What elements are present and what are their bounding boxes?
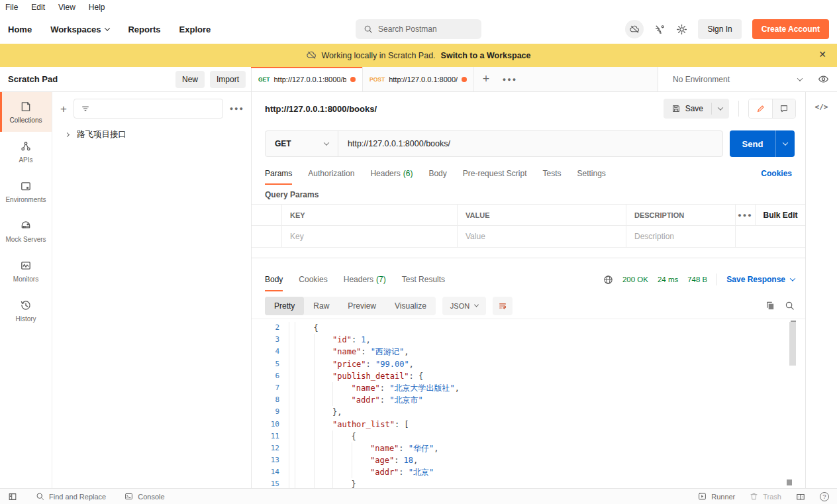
trash-button[interactable]: Trash [750, 492, 781, 501]
request-tab-2[interactable]: POST http://127.0.0.1:8000/l [363, 67, 474, 91]
close-icon[interactable]: ✕ [818, 49, 826, 60]
new-button[interactable]: New [175, 71, 205, 88]
split-panes-button[interactable] [796, 492, 805, 501]
switch-workspace-link[interactable]: Switch to a Workspace [441, 51, 531, 60]
nav-home[interactable]: Home [8, 25, 32, 34]
menu-help[interactable]: Help [89, 3, 105, 12]
param-value-input[interactable]: Value [457, 226, 626, 247]
view-pretty[interactable]: Pretty [265, 297, 304, 315]
search-response-icon[interactable] [785, 301, 795, 311]
tab-params[interactable]: Params [265, 162, 292, 185]
send-label: Send [730, 139, 775, 149]
response-tabs: Body Cookies Headers (7) Test Results 20… [252, 268, 805, 291]
code-snippet-icon[interactable]: </> [815, 103, 828, 488]
vertical-scrollbar[interactable] [789, 321, 796, 485]
sidebar-panel-icon [8, 492, 17, 501]
collection-tree-item[interactable]: 路飞项目接口 [60, 129, 244, 140]
environment-eye-icon[interactable] [818, 74, 829, 85]
toggle-sidebar-button[interactable] [8, 492, 17, 501]
more-options-icon[interactable]: ●●● [230, 105, 244, 112]
import-button[interactable]: Import [210, 71, 246, 88]
sidebar-item-collections[interactable]: Collections [0, 92, 52, 132]
find-and-replace-button[interactable]: Find and Replace [36, 492, 106, 501]
console-button[interactable]: Console [124, 492, 164, 501]
response-tab-body[interactable]: Body [265, 268, 283, 291]
view-visualize[interactable]: Visualize [385, 297, 436, 315]
nav-explore[interactable]: Explore [179, 25, 211, 34]
settings-gear-icon[interactable] [676, 24, 687, 35]
tab-settings[interactable]: Settings [577, 162, 606, 185]
tab-headers-label: Headers [370, 169, 400, 178]
save-button[interactable]: Save [664, 99, 729, 119]
comment-button[interactable] [772, 99, 795, 118]
workspace-title: Scratch Pad [8, 74, 170, 84]
sidebar: Scratch Pad New Import Collections APIs [0, 67, 252, 488]
response-tab-cookies[interactable]: Cookies [299, 268, 327, 291]
response-tab-headers[interactable]: Headers (7) [344, 268, 386, 291]
sidebar-item-environments[interactable]: Environments [0, 172, 52, 211]
tab-pre-request-script[interactable]: Pre-request Script [463, 162, 527, 185]
help-icon[interactable]: ? [820, 492, 829, 501]
cookies-link[interactable]: Cookies [761, 169, 792, 178]
runner-icon [698, 492, 707, 501]
sidebar-item-history[interactable]: History [0, 291, 52, 330]
rail-label: History [15, 315, 36, 323]
collections-filter-input[interactable] [74, 99, 223, 119]
banner-text: Working locally in Scratch Pad. [322, 51, 436, 60]
response-tab-test-results[interactable]: Test Results [402, 268, 445, 291]
wrap-lines-button[interactable] [493, 297, 513, 315]
new-tab-button[interactable]: + [474, 67, 498, 91]
tab-options-icon[interactable]: ●●● [498, 67, 522, 91]
scrollbar-thumb[interactable] [789, 322, 796, 366]
method-selected: GET [275, 139, 291, 148]
send-button[interactable]: Send [730, 130, 795, 157]
sign-in-button[interactable]: Sign In [698, 19, 741, 39]
edit-pencil-button[interactable] [749, 99, 772, 118]
menu-view[interactable]: View [58, 3, 75, 12]
col-header-key: KEY [281, 205, 457, 225]
url-input[interactable]: http://127.0.0.1:8000/books/ [338, 139, 722, 148]
rail-label: Collections [10, 117, 42, 124]
tab-body[interactable]: Body [428, 162, 446, 185]
chevron-down-icon [474, 303, 479, 307]
nav-reports[interactable]: Reports [128, 25, 160, 34]
bulk-edit-button[interactable]: Bulk Edit [755, 205, 805, 225]
menu-edit[interactable]: Edit [31, 3, 45, 12]
request-pane: http://127.0.0.1:8000/books/ Save [252, 92, 805, 488]
search-input[interactable]: Search Postman [356, 19, 481, 39]
menu-file[interactable]: File [5, 3, 18, 12]
request-header: http://127.0.0.1:8000/books/ Save [252, 92, 805, 125]
environment-selected: No Environment [673, 75, 791, 84]
save-response-button[interactable]: Save Response [726, 275, 795, 284]
tab-url: http://127.0.0.1:8000/b [273, 76, 346, 83]
response-body-editor[interactable]: 2{3"id": 1,4"name": "西游记",5"price": "99.… [252, 319, 805, 488]
request-tab-1[interactable]: GET http://127.0.0.1:8000/b [252, 67, 363, 91]
param-key-input[interactable]: Key [281, 226, 457, 247]
add-collection-icon[interactable]: + [60, 103, 67, 115]
copy-icon[interactable] [765, 301, 775, 311]
rail-label: Environments [5, 196, 46, 203]
sidebar-item-mock-servers[interactable]: Mock Servers [0, 211, 52, 251]
environments-icon [20, 180, 32, 192]
request-config-tabs: Params Authorization Headers (6) Body Pr… [252, 162, 805, 185]
runner-button[interactable]: Runner [698, 492, 735, 501]
format-select[interactable]: JSON [442, 297, 486, 315]
tab-authorization[interactable]: Authorization [308, 162, 354, 185]
param-description-input[interactable]: Description [626, 226, 735, 247]
params-more-icon[interactable]: ●●● [735, 205, 755, 225]
capture-requests-icon[interactable] [654, 24, 665, 35]
environment-selector[interactable]: No Environment [658, 67, 837, 91]
tab-tests[interactable]: Tests [542, 162, 561, 185]
response-headers-label: Headers [344, 275, 373, 284]
sidebar-item-monitors[interactable]: Monitors [0, 251, 52, 291]
panes-icon [796, 492, 805, 501]
globe-icon[interactable] [603, 275, 613, 285]
create-account-button[interactable]: Create Account [752, 19, 829, 39]
view-preview[interactable]: Preview [338, 297, 385, 315]
method-select[interactable]: GET [266, 131, 338, 156]
tab-headers[interactable]: Headers (6) [370, 162, 413, 185]
sidebar-item-apis[interactable]: APIs [0, 132, 52, 172]
nav-workspaces[interactable]: Workspaces [50, 25, 109, 34]
offline-status-button[interactable] [625, 20, 644, 38]
view-raw[interactable]: Raw [304, 297, 338, 315]
